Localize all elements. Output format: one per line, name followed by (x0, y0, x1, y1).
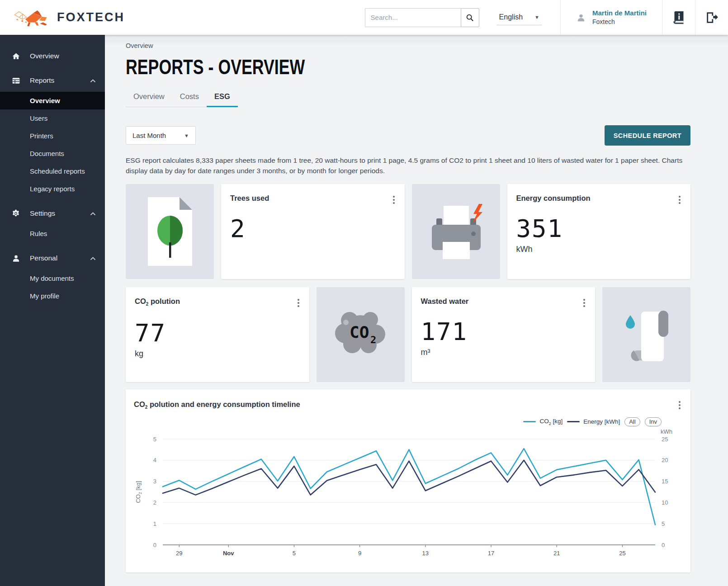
kebab-menu-icon[interactable] (392, 195, 396, 205)
energy-consumption-card: Energy consumption 351 kWh (507, 184, 691, 279)
gear-icon (11, 209, 21, 218)
svg-text:0: 0 (153, 541, 156, 548)
chart-legend: CO2 [kg] Energy [kWh] All Inv (133, 417, 683, 426)
sidebar-item-scheduled-reports[interactable]: Scheduled reports (0, 162, 105, 180)
logout-icon (705, 11, 719, 24)
kebab-menu-icon[interactable] (678, 400, 681, 410)
svg-text:4: 4 (153, 457, 156, 463)
date-range-select[interactable]: Last Month ▼ (126, 126, 196, 145)
trees-used-value: 2 (230, 214, 396, 243)
app-window: FOXTECH English ▼ (0, 0, 728, 586)
wasted-water-value: 171 (421, 317, 586, 346)
date-range-value: Last Month (132, 132, 166, 139)
sidebar-item-documents[interactable]: Documents (0, 145, 105, 162)
svg-text:3: 3 (153, 478, 156, 485)
sidebar-label: Settings (30, 209, 55, 217)
svg-text:29: 29 (176, 550, 182, 557)
legend-co2[interactable]: CO2 [kg] (523, 418, 563, 426)
sidebar-sublabel: Overview (30, 97, 60, 104)
search-button[interactable] (461, 8, 479, 27)
water-paper-illustration (602, 287, 690, 382)
timeline-line-chart: 0123450510152025kWh29Nov5913172125CO2 [k… (133, 427, 683, 563)
sidebar-sublabel: Users (30, 114, 47, 122)
co2-polution-value: 77 (135, 319, 300, 347)
water-drop-icon (626, 315, 635, 329)
logout-button[interactable] (695, 0, 728, 35)
sidebar-item-reports[interactable]: Reports (0, 69, 105, 92)
sidebar-label: Reports (30, 76, 54, 85)
svg-text:9: 9 (358, 550, 361, 557)
legend-energy[interactable]: Energy [kWh] (567, 418, 620, 425)
sidebar-item-overview[interactable]: Overview (0, 45, 105, 67)
tree-paper-illustration (126, 184, 214, 279)
sidebar-item-legacy-reports[interactable]: Legacy reports (0, 180, 105, 198)
breadcrumb[interactable]: Overview (126, 42, 690, 49)
svg-text:17: 17 (488, 550, 494, 557)
card-title: Energy consumption (516, 194, 682, 203)
sidebar-nav: Overview Reports Overview Users Printers… (0, 35, 105, 586)
card-title: Trees used (230, 194, 396, 203)
chevron-down-icon: ▼ (534, 14, 539, 20)
home-icon (11, 52, 21, 61)
main-content: Overview REPORTS - OVERVIEW Overview Cos… (105, 35, 728, 586)
svg-text:25: 25 (662, 435, 668, 442)
tab-overview[interactable]: Overview (126, 88, 172, 107)
svg-text:10: 10 (662, 499, 668, 506)
sidebar-item-personal[interactable]: Personal (0, 247, 105, 269)
svg-text:1: 1 (153, 520, 156, 527)
sidebar-item-users[interactable]: Users (0, 109, 105, 127)
book-info-icon (673, 11, 685, 24)
search-icon (466, 14, 474, 22)
manual-button[interactable] (662, 0, 695, 35)
brand-name: FOXTECH (57, 10, 125, 24)
page-title: REPORTS - OVERVIEW (126, 56, 305, 78)
sidebar-item-reports-overview[interactable]: Overview (0, 92, 105, 109)
svg-text:2: 2 (370, 334, 376, 345)
chevron-up-icon (90, 254, 96, 262)
svg-text:20: 20 (662, 457, 668, 463)
chevron-up-icon (90, 76, 96, 85)
reports-table-icon (11, 76, 21, 85)
sidebar-sublabel: Rules (30, 230, 47, 237)
avatar-icon (576, 13, 586, 23)
sidebar-item-my-documents[interactable]: My documents (0, 269, 105, 287)
pill-all-button[interactable]: All (624, 417, 640, 426)
schedule-report-button[interactable]: SCHEDULE REPORT (605, 125, 690, 146)
language-value: English (499, 13, 523, 21)
search-input[interactable] (365, 8, 461, 27)
sidebar-item-settings[interactable]: Settings (0, 202, 105, 225)
kebab-menu-icon[interactable] (582, 298, 586, 308)
sidebar-label: Overview (30, 52, 59, 60)
co2-polution-card: CO2 polution 77 kg (126, 287, 309, 382)
tab-bar: Overview Costs ESG (126, 88, 238, 107)
foxtech-logo[interactable]: FOXTECH (0, 7, 253, 28)
sidebar-item-printers[interactable]: Printers (0, 127, 105, 145)
kebab-menu-icon[interactable] (678, 195, 681, 205)
user-menu[interactable]: Martin de Martini Foxtech (561, 0, 662, 35)
timeline-chart-card: CO2 polution and energy consumption time… (126, 389, 690, 572)
sidebar-sublabel: Documents (30, 150, 64, 157)
card-title: CO2 polution (135, 297, 300, 307)
trees-used-card: Trees used 2 (221, 184, 405, 279)
kebab-menu-icon[interactable] (297, 298, 300, 308)
printer-energy-illustration (412, 184, 500, 279)
chevron-down-icon: ▼ (184, 133, 189, 138)
top-header: FOXTECH English ▼ (0, 0, 728, 35)
svg-text:5: 5 (153, 435, 156, 442)
svg-text:Nov: Nov (223, 550, 234, 557)
language-select[interactable]: English ▼ (496, 9, 542, 25)
sidebar-label: Personal (30, 254, 57, 262)
energy-consumption-value: 351 (516, 214, 682, 243)
sidebar-sublabel: My profile (30, 292, 59, 300)
svg-text:5: 5 (662, 520, 665, 527)
tab-costs[interactable]: Costs (172, 88, 207, 107)
co2-cloud-illustration: CO 2 (317, 287, 405, 382)
user-org: Foxtech (592, 18, 647, 26)
svg-text:2: 2 (153, 499, 156, 506)
tab-esg[interactable]: ESG (207, 88, 238, 107)
sidebar-item-my-profile[interactable]: My profile (0, 287, 105, 305)
sidebar-item-rules[interactable]: Rules (0, 225, 105, 242)
co2-polution-unit: kg (135, 349, 300, 359)
svg-text:13: 13 (422, 550, 429, 557)
pill-inv-button[interactable]: Inv (645, 417, 662, 426)
